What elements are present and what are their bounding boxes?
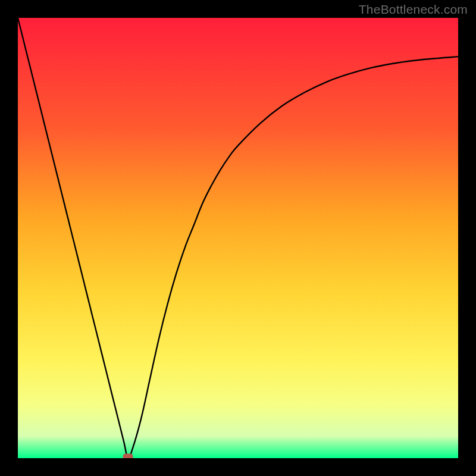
plot-background [18, 18, 458, 458]
bottleneck-chart [0, 0, 476, 476]
attribution-label: TheBottleneck.com [359, 2, 468, 17]
